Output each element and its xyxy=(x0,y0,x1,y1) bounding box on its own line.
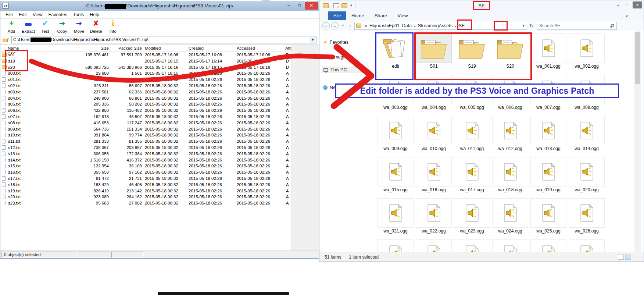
up-button[interactable]: ↑ xyxy=(349,23,351,29)
menu-item-favorites[interactable]: Favorites xyxy=(46,11,70,18)
column-separator[interactable] xyxy=(65,46,65,51)
file-tile[interactable] xyxy=(492,239,528,252)
history-dropdown-icon[interactable]: ▼ xyxy=(341,24,344,27)
move-button[interactable]: ➔Move xyxy=(71,19,87,34)
tab-file[interactable]: File xyxy=(328,11,346,20)
file-tile[interactable]: wa_018.ogg xyxy=(492,157,528,195)
file-tile[interactable]: wa_015.ogg xyxy=(378,157,414,195)
7zip-titlebar[interactable]: 7z C:\Users\Downloads\Higurashi\Higurash… xyxy=(0,1,319,11)
table-row[interactable]: s02.txt326 31186 6972015-05-18 00:322015… xyxy=(0,83,291,89)
table-row[interactable]: s01.txt186 91649 2652015-05-18 00:322015… xyxy=(0,77,291,83)
maximize-button[interactable]: □ xyxy=(294,2,305,10)
7zip-column-headers[interactable]: NameSizePacked SizeModifiedCreatedAccess… xyxy=(0,45,291,52)
breadcrumb-segment[interactable]: HigurashiEp01_Data xyxy=(369,23,412,28)
file-tile[interactable]: wa_020.ogg xyxy=(569,157,605,195)
explorer-vertical-scrollbar[interactable] xyxy=(634,31,641,252)
new-folder-icon[interactable] xyxy=(341,3,347,8)
minimize-button[interactable]: – xyxy=(613,1,623,8)
file-tile[interactable] xyxy=(416,239,452,252)
add-button[interactable]: +Add xyxy=(3,19,19,34)
column-header-packed-size[interactable]: Packed Size xyxy=(111,46,142,50)
close-button[interactable]: ✕ xyxy=(633,1,642,8)
extract-button[interactable]: Extract xyxy=(20,19,36,34)
archive-path-input[interactable]: C:\UsersDownloads\Higurashi\HigurashiPS3… xyxy=(11,36,316,43)
tab-share[interactable]: Share xyxy=(369,11,393,20)
close-button[interactable]: ✕ xyxy=(305,2,318,10)
table-row[interactable]: s08.txt416 653117 2472015-05-18 00:32201… xyxy=(0,120,291,127)
file-tile[interactable]: wa_021.ogg xyxy=(378,198,414,237)
file-tile[interactable]: wa_001.ogg xyxy=(530,33,566,72)
file-tile[interactable]: wa_012.ogg xyxy=(492,116,528,154)
test-button[interactable]: ✔Test xyxy=(37,19,53,34)
table-row[interactable]: s20580 093 725543 383 9662015-05-17 16:1… xyxy=(0,65,291,71)
address-dropdown-icon[interactable]: ▼ xyxy=(522,24,525,28)
file-tile[interactable]: wa_023.ogg xyxy=(454,198,490,237)
column-separator[interactable] xyxy=(143,46,143,51)
table-row[interactable]: s10.txt391 80499 7742015-05-18 00:322015… xyxy=(0,132,291,139)
info-button[interactable]: iInfo xyxy=(105,19,121,34)
table-row[interactable]: s16.txt355 65897 1622015-05-18 00:322015… xyxy=(0,170,291,176)
table-row[interactable]: s18.txt183 42946 4052015-05-18 00:322015… xyxy=(0,182,291,188)
table-row[interactable]: s04.txt248 90066 8812015-05-18 00:322015… xyxy=(0,96,291,102)
table-row[interactable]: s17.txt81 47221 7312015-05-18 00:322015-… xyxy=(0,176,291,182)
table-row[interactable]: s192015-05-17 16:152015-05-17 16:142015-… xyxy=(0,58,291,65)
minimize-button[interactable]: – xyxy=(283,2,294,10)
table-row[interactable]: s03.txt237 58162 3362015-05-18 00:322015… xyxy=(0,89,291,96)
search-input[interactable] xyxy=(537,23,603,28)
file-tile[interactable]: wa_002.ogg xyxy=(569,33,605,72)
back-button[interactable]: ← xyxy=(322,22,330,29)
table-row[interactable]: s00.txt29 6881 5612015-05-17 18:152015-0… xyxy=(0,71,291,77)
table-row[interactable]: s06.txt432 950115 4822015-05-18 00:32201… xyxy=(0,108,291,114)
folder-icon[interactable] xyxy=(323,3,329,8)
column-header-accessed[interactable]: Accessed xyxy=(237,46,255,50)
qat-dropdown-icon[interactable]: ▼ xyxy=(350,4,353,7)
table-row[interactable]: s07.txt162 61346 5072015-05-18 00:322015… xyxy=(0,114,291,120)
table-row[interactable]: s23.txt95 68327 0822015-05-18 00:322015-… xyxy=(0,200,291,207)
delete-button[interactable]: ✘Delete xyxy=(88,19,104,34)
menu-item-tools[interactable]: Tools xyxy=(70,11,87,18)
ribbon-expand-icon[interactable]: ∨ xyxy=(625,14,628,18)
sidebar-item-homegroup[interactable]: ⌂Homegroup xyxy=(323,54,353,60)
file-tile[interactable] xyxy=(454,239,490,252)
7zip-vertical-scrollbar[interactable] xyxy=(291,45,298,250)
table-row[interactable]: s12.txt738 367203 8872015-05-18 00:32201… xyxy=(0,145,291,151)
column-header-modified[interactable]: Modified xyxy=(145,46,161,50)
column-header-size[interactable]: Size xyxy=(68,46,109,50)
folder-up-icon[interactable]: ↑ xyxy=(3,37,9,42)
column-separator[interactable] xyxy=(234,46,234,51)
file-tile[interactable]: wa_011.ogg xyxy=(454,116,490,154)
file-tile[interactable] xyxy=(530,239,566,252)
menu-item-help[interactable]: Help xyxy=(87,11,102,18)
tab-home[interactable]: Home xyxy=(346,11,369,20)
file-tile[interactable]: wa_026.ogg xyxy=(569,198,605,237)
menu-item-file[interactable]: File xyxy=(3,11,16,18)
breadcrumb-segment[interactable]: StreamingAssets xyxy=(418,23,452,28)
file-tile[interactable] xyxy=(378,239,414,252)
file-tile[interactable]: wa_019.ogg xyxy=(530,157,566,195)
file-tile[interactable]: wa_017.ogg xyxy=(454,157,490,195)
table-row[interactable]: s14.txt1 518 150416 3722015-05-18 00:322… xyxy=(0,157,291,164)
address-dropdown-icon[interactable]: ▼ xyxy=(310,37,315,43)
details-view-icon[interactable] xyxy=(618,255,624,260)
sidebar-item-favorites[interactable]: ★Favorites xyxy=(323,39,348,45)
sidebar-item-this-pc[interactable]: This PC xyxy=(322,67,369,73)
table-row[interactable]: s09.txt564 736151 3342015-05-18 00:32201… xyxy=(0,127,291,133)
forward-button[interactable]: → xyxy=(331,22,339,29)
table-row[interactable]: s13.txt606 058172 3842015-05-18 00:32201… xyxy=(0,151,291,157)
breadcrumb-overflow[interactable]: « xyxy=(365,23,367,28)
table-row[interactable]: s05.txt205 33658 2022015-05-18 00:322015… xyxy=(0,102,291,108)
properties-icon[interactable] xyxy=(333,3,339,8)
column-separator[interactable] xyxy=(186,46,186,51)
menu-item-view[interactable]: View xyxy=(30,11,46,18)
menu-item-edit[interactable]: Edit xyxy=(16,11,30,18)
refresh-icon[interactable]: ↻ xyxy=(529,23,534,29)
file-tile[interactable]: wa_009.ogg xyxy=(378,116,414,154)
file-tile[interactable]: wa_016.ogg xyxy=(416,157,452,195)
scrollbar-thumb[interactable] xyxy=(635,32,640,84)
file-tile[interactable]: wa_013.ogg xyxy=(530,116,566,154)
file-tile[interactable]: wa_010.ogg xyxy=(416,116,452,154)
maximize-button[interactable]: □ xyxy=(623,1,633,8)
explorer-titlebar[interactable]: ▼ SE – □ ✕ xyxy=(319,0,644,11)
column-header-attributes[interactable]: Attributes xyxy=(285,46,291,50)
breadcrumb[interactable]: « HigurashiEp01_Data▸StreamingAssets▸SE … xyxy=(354,22,527,30)
